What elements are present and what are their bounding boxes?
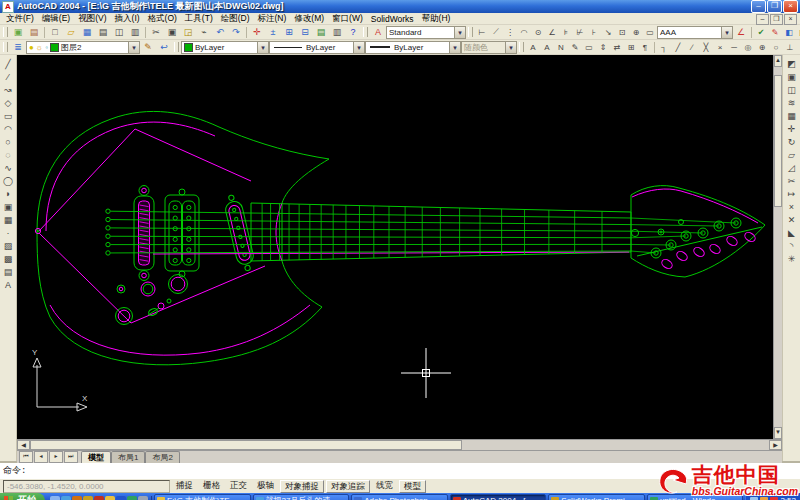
help-icon[interactable]: ?: [345, 25, 361, 39]
rectangle-icon[interactable]: ▭: [1, 109, 15, 122]
close-button[interactable]: ×: [783, 0, 798, 13]
stretch-icon[interactable]: ◿: [785, 161, 799, 174]
arc-icon[interactable]: ◠: [1, 122, 15, 135]
layer-previous-icon[interactable]: ↩: [156, 40, 172, 54]
fillet-icon[interactable]: ◝: [785, 239, 799, 252]
text-style-icon[interactable]: A: [370, 25, 386, 39]
restore-button[interactable]: ❐: [767, 0, 782, 13]
vertical-scroll-thumb[interactable]: [774, 75, 782, 207]
dim-update-icon[interactable]: ∠: [733, 25, 749, 39]
color-combo[interactable]: ByLayer ▾: [181, 41, 269, 54]
snap-quadrant-icon[interactable]: ⊕: [755, 40, 769, 54]
taskbar-button[interactable]: Adobe Photoshop ...: [351, 494, 448, 500]
dbconnect-icon[interactable]: ▥: [329, 25, 345, 39]
publish-icon[interactable]: ▥: [127, 25, 143, 39]
snap-intersection-icon[interactable]: ×: [713, 40, 727, 54]
extend-icon[interactable]: ↦: [785, 187, 799, 200]
mdi-close-button[interactable]: ×: [784, 14, 797, 25]
menu-item[interactable]: 插入(I): [111, 13, 144, 25]
ql-media-icon[interactable]: [72, 496, 82, 500]
menu-item[interactable]: 修改(M): [290, 13, 328, 25]
make-block-icon[interactable]: ▦: [1, 213, 15, 226]
temp-track-icon[interactable]: ┐: [657, 40, 671, 54]
toolbar-grip[interactable]: [363, 27, 368, 37]
chevron-down-icon[interactable]: ▾: [257, 42, 268, 53]
spline-icon[interactable]: ∿: [1, 161, 15, 174]
status-toggle[interactable]: 对象捕捉: [280, 480, 324, 493]
tab-nav-icon[interactable]: ⏭: [64, 451, 78, 463]
humbucker-pickup[interactable]: [165, 189, 199, 277]
command-line[interactable]: 命令:: [0, 461, 800, 478]
menu-item[interactable]: 帮助(H): [418, 13, 455, 25]
taskbar-button[interactable]: AutoCAD 2004 - [...: [450, 494, 547, 500]
taskbar-button[interactable]: 就把27品反头的速...: [253, 494, 350, 500]
diameter-dim-icon[interactable]: ⊙: [531, 25, 545, 39]
ql-folder-icon[interactable]: [105, 496, 115, 500]
chevron-down-icon[interactable]: ▾: [353, 42, 364, 53]
horizontal-scrollbar[interactable]: ◀ ▶: [17, 439, 782, 450]
explode-icon[interactable]: ✳: [785, 252, 799, 265]
leader-icon[interactable]: ↘: [601, 25, 615, 39]
layout-tab[interactable]: 布局1: [111, 451, 145, 463]
menu-item[interactable]: 编辑(E): [38, 13, 74, 25]
edit-text-icon[interactable]: N: [554, 40, 568, 54]
trim-icon[interactable]: ✂: [785, 174, 799, 187]
chamfer-icon[interactable]: ◣: [785, 226, 799, 239]
tolerance-icon[interactable]: ⊡: [615, 25, 629, 39]
status-toggle[interactable]: 捕捉: [172, 480, 197, 491]
tab-nav-icon[interactable]: ⏮: [19, 451, 33, 463]
properties-icon[interactable]: ▤: [313, 25, 329, 39]
ordinate-dim-icon[interactable]: ⋮: [503, 25, 517, 39]
snap-center-icon[interactable]: ◎: [741, 40, 755, 54]
insert-block-icon[interactable]: ▣: [1, 200, 15, 213]
construction-line-icon[interactable]: ⁄: [1, 70, 15, 83]
mdi-minimize-button[interactable]: –: [756, 14, 769, 25]
text-style-combo[interactable]: Standard ▾: [386, 26, 466, 39]
undo-icon[interactable]: ↶: [212, 25, 228, 39]
plot-icon[interactable]: ▤: [95, 25, 111, 39]
line-icon[interactable]: ╱: [1, 57, 15, 70]
find-icon[interactable]: ✎: [568, 40, 582, 54]
toolbar-grip[interactable]: [519, 42, 524, 52]
ql-mail-icon[interactable]: [83, 496, 93, 500]
tray-lang-icon[interactable]: [750, 497, 758, 500]
markup-icon[interactable]: ▤: [26, 25, 42, 39]
minimize-button[interactable]: –: [751, 0, 766, 13]
dim-style-combo[interactable]: AAA ▾: [657, 26, 733, 39]
status-toggle[interactable]: 线宽: [372, 480, 397, 491]
copy-object-icon[interactable]: ▣: [785, 70, 799, 83]
ql-desktop-icon[interactable]: [50, 496, 60, 500]
break-point-icon[interactable]: ×: [785, 200, 799, 213]
tray-antivirus-icon[interactable]: [770, 497, 778, 500]
menu-item[interactable]: 视图(V): [74, 13, 110, 25]
toolbar-grip[interactable]: [468, 27, 473, 37]
cut-icon[interactable]: ✂: [148, 25, 164, 39]
scale-text-icon[interactable]: ⇕: [596, 40, 610, 54]
toolbar-grip[interactable]: [3, 42, 8, 52]
zoom-window-icon[interactable]: ⊞: [281, 25, 297, 39]
new-file-icon[interactable]: □: [47, 25, 63, 39]
start-button[interactable]: 开始: [0, 493, 45, 500]
polygon-icon[interactable]: ◇: [1, 96, 15, 109]
menu-item[interactable]: 文件(F): [2, 13, 38, 25]
mtext-tool-icon[interactable]: A: [1, 278, 15, 291]
zoom-previous-icon[interactable]: ⊟: [297, 25, 313, 39]
text-style2-icon[interactable]: ▭: [582, 40, 596, 54]
layer-lock-icon[interactable]: ◦: [45, 43, 48, 52]
status-toggle[interactable]: 正交: [226, 480, 251, 491]
revision-cloud-icon[interactable]: ◌: [1, 148, 15, 161]
layout-tab[interactable]: 布局2: [145, 451, 179, 463]
mtext-icon[interactable]: A: [526, 40, 540, 54]
mirror-icon[interactable]: ◫: [785, 83, 799, 96]
justify-text-icon[interactable]: ⇄: [610, 40, 624, 54]
matchprop-icon[interactable]: ⌁: [196, 25, 212, 39]
chevron-down-icon[interactable]: ▾: [449, 42, 460, 53]
linear-dim-icon[interactable]: ⊢: [475, 25, 489, 39]
center-mark-icon[interactable]: ⊕: [629, 25, 643, 39]
layer-combo[interactable]: ● ☼ ◦ 图层2 ▾: [26, 41, 140, 54]
angular-dim-icon[interactable]: ∠: [545, 25, 559, 39]
status-toggle[interactable]: 对象追踪: [326, 480, 370, 493]
menu-item[interactable]: 标注(N): [254, 13, 291, 25]
menu-item[interactable]: 格式(O): [144, 13, 181, 25]
array-icon[interactable]: ▦: [785, 109, 799, 122]
